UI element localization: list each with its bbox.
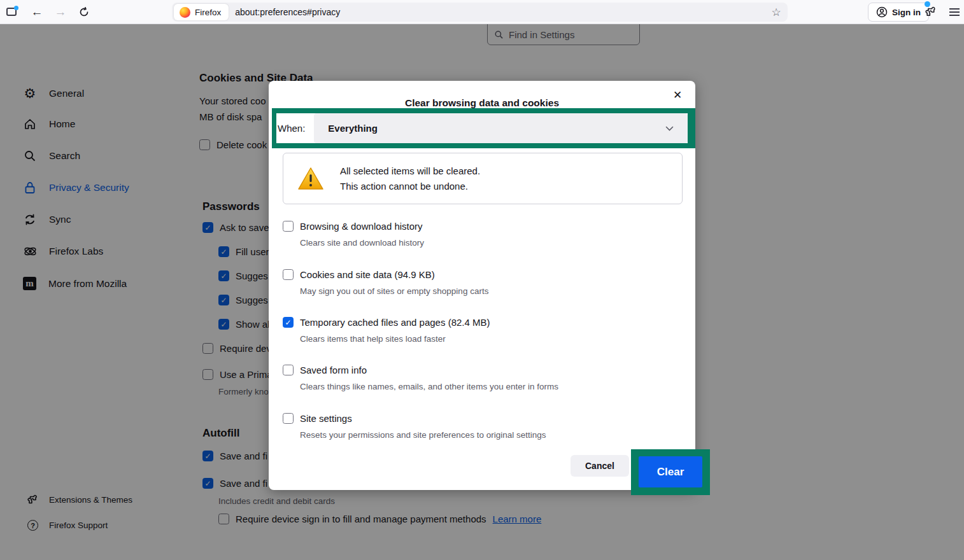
firefox-window: ⚙ General Home Search Privacy & Security	[0, 0, 964, 560]
search-engine-chip[interactable]: Firefox	[174, 4, 229, 20]
time-range-select[interactable]: Everything	[314, 113, 688, 143]
time-range-value: Everything	[328, 123, 378, 134]
clear-option-cache: ✓ Temporary cached files and pages (82.4…	[283, 317, 677, 344]
option-label: Saved form info	[300, 365, 367, 375]
clear-data-dialog: Clear browsing data and cookies ✕ When: …	[269, 81, 695, 490]
checkbox-unchecked[interactable]	[283, 269, 294, 280]
option-description: May sign you out of sites or empty shopp…	[300, 286, 677, 296]
clear-option-form-info: Saved form info Clears things like names…	[283, 365, 677, 391]
option-description: Clears items that help sites load faster	[300, 334, 677, 344]
option-label: Cookies and site data (94.9 KB)	[300, 269, 435, 280]
option-label: Site settings	[300, 413, 352, 424]
sign-in-button[interactable]: Sign in	[868, 3, 929, 22]
clear-option-browsing-history: Browsing & download history Clears site …	[283, 221, 677, 248]
when-label: When:	[278, 123, 305, 134]
option-label: Temporary cached files and pages (82.4 M…	[300, 317, 490, 328]
checkbox-unchecked[interactable]	[283, 413, 294, 424]
url-bar[interactable]: Firefox about:preferences#privacy	[172, 3, 788, 22]
checkbox-checked[interactable]: ✓	[283, 317, 294, 328]
url-text: about:preferences#privacy	[235, 7, 340, 17]
option-description: Resets your permissions and site prefere…	[300, 430, 677, 440]
forward-icon: →	[51, 3, 70, 22]
sign-in-label: Sign in	[892, 8, 921, 17]
firefox-logo-icon	[180, 7, 190, 18]
tab-window-icon[interactable]	[6, 6, 18, 17]
reload-icon[interactable]	[74, 3, 94, 22]
clear-button[interactable]: Clear	[639, 456, 702, 487]
clear-button-highlight-annotation: Clear	[631, 449, 710, 495]
checkbox-unchecked[interactable]	[283, 365, 294, 375]
warning-text: All selected items will be cleared. This…	[340, 164, 480, 194]
notification-dot	[14, 6, 18, 10]
option-label: Browsing & download history	[300, 221, 423, 232]
hamburger-menu-icon[interactable]	[945, 3, 964, 22]
account-avatar-icon	[876, 6, 888, 18]
when-row-highlight-annotation: When: Everything	[272, 108, 695, 148]
warning-icon	[297, 166, 325, 192]
extensions-puzzle-icon[interactable]	[921, 3, 940, 22]
clear-option-cookies: Cookies and site data (94.9 KB) May sign…	[283, 269, 677, 296]
back-icon[interactable]: ←	[27, 3, 46, 22]
option-description: Clears things like names, emails, and ot…	[300, 382, 677, 391]
warning-message-box: All selected items will be cleared. This…	[283, 153, 683, 204]
search-engine-label: Firefox	[195, 8, 221, 17]
chevron-down-icon	[665, 126, 674, 131]
bookmark-star-icon[interactable]: ☆	[768, 4, 784, 20]
cancel-button[interactable]: Cancel	[571, 455, 629, 477]
dialog-title: Clear browsing data and cookies	[269, 97, 695, 109]
close-icon[interactable]: ✕	[669, 86, 686, 104]
clear-option-site-settings: Site settings Resets your permissions an…	[283, 413, 677, 440]
checkbox-unchecked[interactable]	[283, 221, 294, 232]
browser-toolbar: ← → Firefox about:preferences#privacy ☆ …	[0, 0, 964, 24]
option-description: Clears site and download history	[300, 238, 677, 248]
